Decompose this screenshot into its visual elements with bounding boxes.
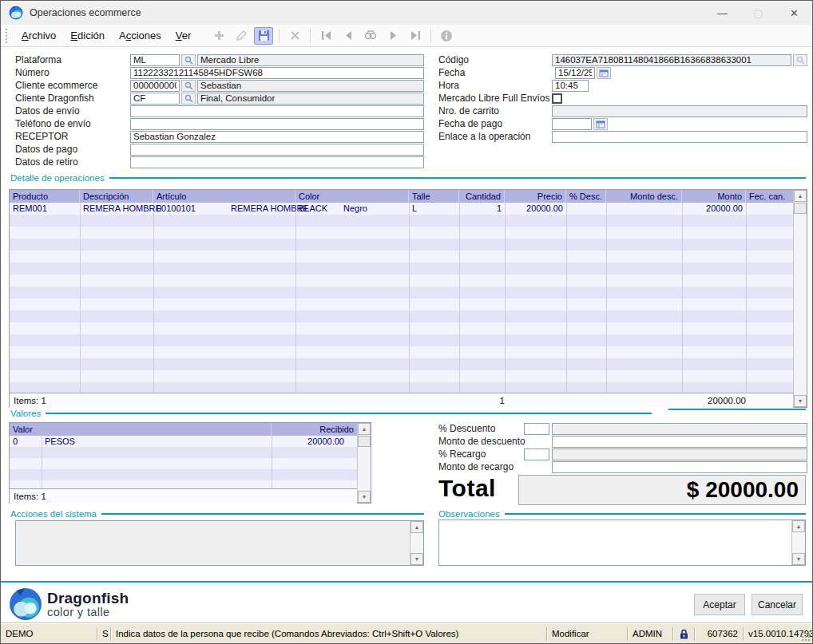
enlace-input[interactable]	[552, 131, 807, 143]
menu-archivo[interactable]: Archivo	[14, 26, 63, 45]
total-label: Total	[438, 475, 496, 502]
monto-recargo-input[interactable]	[552, 461, 807, 473]
pct-descuento-input[interactable]	[524, 423, 549, 435]
datos-retiro-input[interactable]	[130, 156, 424, 168]
col-descripcion[interactable]: Descripción	[80, 190, 153, 203]
hora-label: Hora	[438, 80, 552, 91]
scroll-down-icon[interactable]: ▼	[358, 491, 371, 503]
valores-vertical-scrollbar[interactable]: ▲ ▼	[357, 423, 371, 503]
fecha-pago-input[interactable]	[552, 118, 592, 130]
previous-record-icon[interactable]	[339, 27, 358, 45]
monto-descuento-input[interactable]	[552, 436, 807, 448]
accept-button[interactable]: Aceptar	[694, 594, 745, 615]
scroll-down-icon[interactable]: ▼	[410, 553, 423, 565]
datos-pago-input[interactable]	[130, 144, 424, 156]
scrollbar-track[interactable]	[792, 532, 805, 553]
acciones-scrollbar[interactable]: ▲ ▼	[410, 521, 423, 565]
last-record-icon[interactable]	[406, 27, 425, 45]
close-button[interactable]: ✕	[776, 1, 812, 25]
col-precio[interactable]: Precio	[505, 190, 566, 203]
search-icon[interactable]	[361, 27, 380, 45]
first-record-icon[interactable]	[316, 27, 335, 45]
cliente-ecommerce-label: Cliente ecommerce	[15, 80, 130, 91]
delete-icon[interactable]	[285, 27, 304, 45]
fecha-input[interactable]	[555, 67, 595, 79]
valores-row[interactable]: 0 PESOS 20000.00	[10, 436, 357, 447]
numero-input[interactable]	[130, 67, 424, 79]
scroll-down-icon[interactable]: ▼	[792, 553, 805, 565]
col-monto[interactable]: Monto	[682, 190, 746, 203]
menu-edicion[interactable]: Edición	[63, 26, 112, 45]
scroll-up-icon[interactable]: ▲	[794, 190, 807, 202]
section-rule	[505, 513, 806, 515]
col-monto-desc[interactable]: Monto desc.	[606, 190, 682, 203]
telefono-envio-input[interactable]	[130, 118, 424, 130]
col-talle[interactable]: Talle	[409, 190, 459, 203]
plataforma-lookup-icon[interactable]	[181, 54, 196, 66]
codigo-field	[552, 54, 791, 66]
scroll-up-icon[interactable]: ▲	[358, 423, 371, 435]
detalle-vertical-scrollbar[interactable]: ▲ ▼	[793, 190, 807, 407]
cell-articulo: 00100101	[153, 203, 228, 215]
info-icon[interactable]	[437, 27, 456, 45]
scroll-up-icon[interactable]: ▲	[792, 520, 805, 532]
pct-recargo-label: % Recargo	[438, 448, 524, 460]
app-window: Operaciones ecommerce — ▢ ✕ Archivo Edic…	[0, 0, 813, 644]
cancel-button[interactable]: Cancelar	[752, 594, 803, 615]
plataforma-code-input[interactable]	[130, 54, 180, 66]
menu-acciones[interactable]: Acciones	[112, 26, 169, 45]
scrollbar-thumb[interactable]	[794, 203, 807, 214]
table-row[interactable]: REM001 REMERA HOMBRE 00100101 REMERA HOM…	[10, 203, 793, 215]
status-bar: DEMO S Indica datos de la persona que re…	[1, 623, 812, 643]
detalle-table-footer: Items: 1 1 20000.00	[10, 393, 793, 408]
receptor-input[interactable]	[130, 131, 424, 143]
edit-icon[interactable]	[232, 27, 251, 45]
observaciones-textarea[interactable]: ▲ ▼	[438, 520, 806, 566]
cliente-ecommerce-code-input[interactable]	[130, 80, 180, 92]
next-record-icon[interactable]	[383, 27, 403, 45]
codigo-lookup-icon[interactable]	[793, 54, 807, 66]
fecha-calendar-icon[interactable]	[597, 67, 611, 79]
menu-ver[interactable]: Ver	[169, 26, 199, 45]
scrollbar-thumb[interactable]	[358, 436, 371, 447]
col-fec-can[interactable]: Fec. can.	[746, 190, 793, 203]
col-articulo[interactable]: Artículo	[153, 190, 295, 203]
pct-recargo-input[interactable]	[524, 448, 549, 460]
save-icon[interactable]	[254, 27, 273, 45]
footer-rule	[1, 581, 812, 583]
scrollbar-track[interactable]	[410, 533, 423, 553]
fecha-pago-label: Fecha de pago	[438, 118, 552, 129]
col-recibido[interactable]: Recibido	[272, 423, 357, 436]
datos-envio-input[interactable]	[130, 105, 424, 117]
cell-precio: 20000.00	[505, 203, 566, 215]
col-producto[interactable]: Producto	[10, 190, 80, 203]
scroll-up-icon[interactable]: ▲	[410, 521, 423, 533]
maximize-button[interactable]: ▢	[740, 1, 776, 25]
menu-label-part: V	[176, 30, 182, 41]
resize-grip[interactable]	[801, 632, 811, 642]
cell-valor-codigo: 0	[10, 436, 42, 447]
col-cantidad[interactable]: Cantidad	[459, 190, 505, 203]
scrollbar-track[interactable]	[794, 214, 807, 395]
ml-full-envios-checkbox[interactable]	[552, 93, 562, 104]
col-color[interactable]: Color	[295, 190, 409, 203]
col-pct-desc[interactable]: % Desc.	[566, 190, 606, 203]
cliente-dragonfish-lookup-icon[interactable]	[181, 93, 196, 105]
toolbar-grip[interactable]	[6, 29, 10, 43]
fecha-pago-calendar-icon[interactable]	[593, 118, 608, 130]
cliente-dragonfish-code-input[interactable]	[130, 93, 180, 105]
observaciones-scrollbar[interactable]: ▲ ▼	[791, 520, 805, 565]
scroll-down-icon[interactable]: ▼	[794, 395, 807, 407]
scrollbar-track[interactable]	[358, 447, 371, 491]
col-valor[interactable]: Valor	[10, 423, 272, 436]
minimize-button[interactable]: —	[704, 1, 740, 25]
ml-full-envios-label: Mercado Libre Full Envíos	[438, 93, 552, 104]
cell-cantidad: 1	[459, 203, 505, 215]
add-icon[interactable]	[209, 27, 228, 45]
enlace-label: Enlace a la operación	[438, 131, 552, 142]
total-value: $ 20000.00	[518, 475, 806, 505]
cliente-ecommerce-lookup-icon[interactable]	[181, 80, 196, 92]
hora-input[interactable]	[552, 80, 589, 92]
section-rule	[101, 513, 424, 515]
detalle-cantidad-total: 1	[459, 393, 505, 409]
